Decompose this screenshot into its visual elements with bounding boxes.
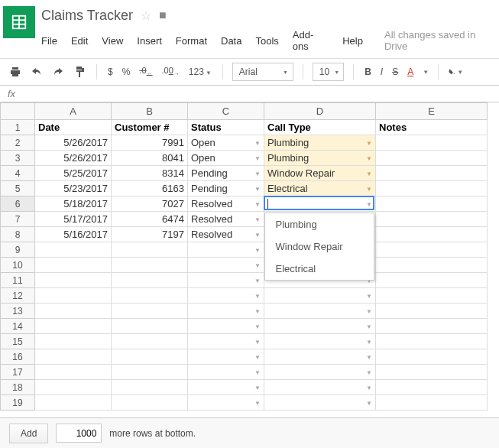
cell-B19[interactable] [112,395,188,411]
menu-format[interactable]: Format [176,35,207,47]
select-all-corner[interactable] [1,103,35,120]
cell-B9[interactable] [112,242,188,258]
row-header-12[interactable]: 12 [1,288,35,304]
cell-A17[interactable] [35,365,112,380]
menu-help[interactable]: Help [342,35,363,47]
cell-B15[interactable] [112,334,188,349]
cell-D14[interactable]: ▼ [264,319,376,334]
cell-E3[interactable] [376,151,488,166]
column-header-E[interactable]: E [376,103,488,120]
menu-file[interactable]: File [41,35,57,47]
menu-tools[interactable]: Tools [255,35,278,47]
increase-decimal[interactable]: .00→ [160,66,181,77]
row-header-18[interactable]: 18 [1,380,35,395]
cell-B4[interactable]: 8314 [112,166,188,181]
chevron-down-icon[interactable]: ▼ [254,323,261,330]
cell-A13[interactable] [35,304,112,319]
cell-A16[interactable] [35,349,112,365]
cell-C4[interactable]: Pending▼ [188,166,264,181]
text-color-button[interactable]: A [406,67,415,77]
header-customer[interactable]: Customer # [112,120,188,135]
cell-A10[interactable] [35,258,112,273]
cell-C9[interactable]: ▼ [188,242,264,258]
menu-insert[interactable]: Insert [137,35,162,47]
print-icon[interactable] [8,64,23,80]
row-header-19[interactable]: 19 [1,395,35,411]
cell-D6[interactable]: ▼ [264,196,376,212]
chevron-down-icon[interactable]: ▼ [366,323,372,330]
paint-format-icon[interactable] [72,64,87,80]
cell-B17[interactable] [112,365,188,380]
cell-C2[interactable]: Open▼ [188,135,264,151]
row-header-17[interactable]: 17 [1,365,35,380]
cell-A19[interactable] [35,395,112,411]
chevron-down-icon[interactable]: ▼ [254,200,261,207]
chevron-down-icon[interactable]: ▼ [254,353,261,360]
cell-E8[interactable] [376,227,488,242]
cell-A7[interactable]: 5/17/2017 [35,212,112,227]
cell-A14[interactable] [35,319,112,334]
cell-C5[interactable]: Pending▼ [188,181,264,196]
cell-E14[interactable] [376,319,488,334]
cell-E18[interactable] [376,380,488,395]
chevron-down-icon[interactable]: ▼ [254,154,261,161]
cell-E19[interactable] [376,395,488,411]
header-status[interactable]: Status [188,120,264,135]
row-header-9[interactable]: 9 [1,242,35,258]
chevron-down-icon[interactable]: ▼ [254,292,261,299]
column-header-C[interactable]: C [188,103,264,120]
cell-C18[interactable]: ▼ [188,380,264,395]
chevron-down-icon[interactable]: ▼ [254,307,261,314]
chevron-down-icon[interactable]: ▼ [254,399,261,406]
cell-E12[interactable] [376,288,488,304]
menu-data[interactable]: Data [221,35,241,47]
cell-A5[interactable]: 5/23/2017 [35,181,112,196]
cell-A2[interactable]: 5/26/2017 [35,135,112,151]
cell-A12[interactable] [35,288,112,304]
dropdown-option-0[interactable]: Plumbing [265,213,374,235]
cell-A4[interactable]: 5/25/2017 [35,166,112,181]
cell-E5[interactable] [376,181,488,196]
cell-D19[interactable]: ▼ [264,395,376,411]
validation-dropdown[interactable]: PlumbingWindow RepairElectrical [264,213,374,281]
chevron-down-icon[interactable]: ▼ [254,384,261,391]
fill-color-icon[interactable]: ▼ [448,64,463,80]
cell-E11[interactable] [376,273,488,288]
cell-B7[interactable]: 6474 [112,212,188,227]
format-percent[interactable]: % [121,67,132,77]
row-header-2[interactable]: 2 [1,135,35,151]
row-header-8[interactable]: 8 [1,227,35,242]
chevron-down-icon[interactable]: ▼ [254,231,261,238]
cell-D15[interactable]: ▼ [264,334,376,349]
add-rows-input[interactable] [56,424,102,443]
cell-D13[interactable]: ▼ [264,304,376,319]
column-header-A[interactable]: A [35,103,112,120]
cell-C14[interactable]: ▼ [188,319,264,334]
chevron-down-icon[interactable]: ▼ [254,368,261,375]
formula-bar[interactable]: fx [0,86,499,102]
chevron-down-icon[interactable]: ▼ [366,185,372,192]
chevron-down-icon[interactable]: ▼ [366,368,372,375]
cell-C13[interactable]: ▼ [188,304,264,319]
cell-C12[interactable]: ▼ [188,288,264,304]
menu-addons[interactable]: Add-ons [293,29,329,52]
cell-B12[interactable] [112,288,188,304]
dropdown-option-1[interactable]: Window Repair [265,235,374,258]
cell-A18[interactable] [35,380,112,395]
cell-D2[interactable]: Plumbing▼ [264,135,376,151]
bold-button[interactable]: B [363,67,373,77]
more-formats[interactable]: 123▼ [187,67,213,77]
row-header-13[interactable]: 13 [1,304,35,319]
cell-E7[interactable] [376,212,488,227]
star-icon[interactable]: ☆ [141,8,151,23]
cell-D12[interactable]: ▼ [264,288,376,304]
font-family-select[interactable]: Arial [232,63,293,81]
cell-B6[interactable]: 7027 [112,196,188,212]
chevron-down-icon[interactable]: ▼ [254,185,261,192]
chevron-down-icon[interactable]: ▼ [366,200,372,207]
chevron-down-icon[interactable]: ▼ [254,246,261,253]
cell-E13[interactable] [376,304,488,319]
cell-E16[interactable] [376,349,488,365]
cell-C16[interactable]: ▼ [188,349,264,365]
row-header-6[interactable]: 6 [1,196,35,212]
